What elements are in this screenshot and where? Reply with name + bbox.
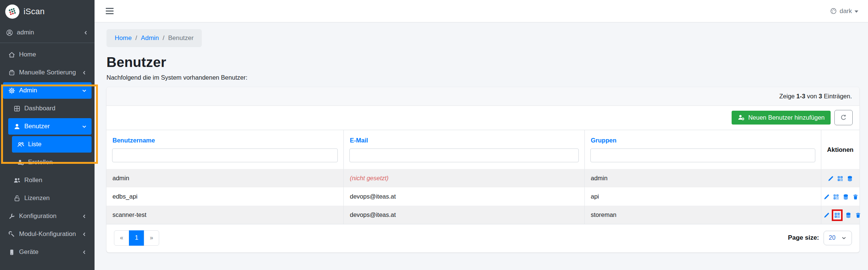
topbar: dark	[95, 0, 868, 22]
sidebar-item-label: Erstellen	[28, 159, 53, 166]
column-header-aktionen: Aktionen	[821, 146, 859, 153]
column-header-email[interactable]: E-Mail	[344, 130, 584, 146]
content: Home / Admin / Benutzer Benutzer Nachfol…	[95, 22, 868, 270]
cell-gruppen: admin	[585, 169, 821, 187]
users-card: Zeige 1-3 von 3 Einträgen. Neuen Benutze…	[106, 87, 859, 252]
sidebar-item-liste[interactable]: Liste	[12, 136, 92, 153]
edit-action-icon[interactable]	[824, 212, 830, 218]
pagination-page-1-button[interactable]: 1	[129, 230, 144, 246]
wrench-icon	[8, 213, 15, 220]
delete-action-icon[interactable]	[855, 212, 861, 218]
sidebar-item-benutzer[interactable]: Benutzer	[8, 118, 92, 135]
pagination-prev-button[interactable]: «	[114, 230, 129, 246]
table-info: Zeige 1-3 von 3 Einträgen.	[106, 87, 859, 106]
table-footer: « 1 » Page size: 20	[106, 224, 859, 252]
sidebar-item-label: Manuelle Sortierung	[19, 69, 76, 76]
sidebar-item-label: Liste	[28, 141, 41, 148]
cell-benutzername: scanner-test	[106, 206, 344, 224]
info-total: 3	[819, 93, 822, 99]
user-plus-icon	[17, 159, 24, 166]
cell-actions	[821, 206, 859, 224]
sidebar: iScan admin Home Manuelle Sortierung Adm…	[0, 0, 95, 270]
refresh-button[interactable]	[834, 110, 853, 125]
breadcrumb-home-link[interactable]: Home	[115, 34, 132, 42]
page-size-select[interactable]: 20	[824, 231, 852, 245]
column-aktionen: Aktionen	[821, 130, 859, 169]
refresh-icon	[840, 114, 847, 121]
column-benutzername: Benutzername	[106, 130, 344, 169]
sidebar-item-geraete[interactable]: Geräte	[3, 244, 92, 260]
sidebar-item-rollen[interactable]: Rollen	[8, 172, 92, 188]
breadcrumb-separator: /	[163, 34, 164, 42]
user-plus-icon	[738, 114, 745, 121]
sidebar-item-manuelle-sortierung[interactable]: Manuelle Sortierung	[3, 64, 92, 81]
sidebar-item-label: Modul-Konfiguration	[19, 230, 76, 238]
theme-label: dark	[840, 7, 852, 15]
sidebar-item-dashboard[interactable]: Dashboard	[8, 100, 92, 117]
sidebar-item-label: Konfiguration	[19, 212, 56, 220]
table-row: edbs_api devops@iteas.at api	[106, 187, 859, 206]
sidebar-item-erstellen[interactable]: Erstellen	[12, 154, 92, 171]
qrcode-action-icon[interactable]	[837, 175, 843, 182]
table-row: scanner-test devops@iteas.at storeman	[106, 206, 859, 224]
delete-action-icon[interactable]	[852, 194, 859, 200]
sidebar-user-panel[interactable]: admin	[0, 23, 95, 43]
qrcode-action-icon[interactable]	[833, 194, 839, 200]
menu-toggle-button[interactable]	[105, 6, 114, 16]
sidebar-item-home[interactable]: Home	[3, 46, 92, 63]
breadcrumb-admin-link[interactable]: Admin	[141, 34, 159, 42]
chevron-left-icon	[81, 214, 87, 219]
filter-benutzername-input[interactable]	[112, 148, 338, 162]
cell-benutzername: edbs_api	[106, 187, 344, 206]
annotation-highlight-red	[832, 209, 843, 221]
unlock-icon	[13, 195, 21, 202]
database-action-icon[interactable]	[843, 194, 849, 200]
sidebar-item-label: Rollen	[24, 177, 42, 184]
filter-email-input[interactable]	[349, 148, 579, 162]
sidebar-user-name: admin	[17, 29, 34, 36]
column-header-benutzername[interactable]: Benutzername	[106, 130, 343, 146]
edit-action-icon[interactable]	[828, 175, 834, 182]
database-action-icon[interactable]	[847, 175, 853, 182]
sidebar-item-label: Geräte	[19, 248, 38, 256]
filter-gruppen-input[interactable]	[590, 148, 815, 162]
cell-email: (nicht gesetzt)	[344, 169, 585, 187]
database-action-icon[interactable]	[845, 212, 852, 218]
sidebar-item-modul-konfiguration[interactable]: Modul-Konfiguration	[3, 226, 92, 242]
sidebar-item-konfiguration[interactable]: Konfiguration	[3, 208, 92, 224]
page-title: Benutzer	[106, 55, 859, 70]
main-area: dark Home / Admin / Benutzer Benutzer Na…	[95, 0, 868, 270]
users-table: Benutzername E-Mail Gruppen Aktione	[106, 130, 859, 224]
page-size-label: Page size:	[788, 234, 819, 242]
sidebar-item-label: Benutzer	[24, 123, 50, 130]
gear-icon	[8, 87, 15, 94]
edit-action-icon[interactable]	[824, 194, 830, 200]
user-icon	[13, 123, 21, 130]
theme-dropdown[interactable]: dark	[830, 7, 858, 15]
brand[interactable]: iScan	[0, 0, 95, 23]
sidebar-item-admin[interactable]: Admin	[3, 82, 92, 99]
pagination-next-button[interactable]: »	[144, 230, 159, 246]
caret-down-icon	[855, 10, 858, 13]
table-row: admin (nicht gesetzt) admin	[106, 169, 859, 187]
sidebar-item-lizenzen[interactable]: Lizenzen	[8, 190, 92, 206]
qrcode-action-icon[interactable]	[834, 212, 840, 218]
breadcrumb: Home / Admin / Benutzer	[106, 29, 202, 47]
cell-benutzername: admin	[106, 169, 344, 187]
cell-gruppen: storeman	[585, 206, 821, 224]
sidebar-item-label: Home	[19, 51, 36, 58]
sidebar-nav: Home Manuelle Sortierung Admin Dashboard…	[0, 46, 95, 260]
cell-actions	[821, 169, 859, 187]
sidebar-item-label: Lizenzen	[24, 194, 50, 202]
page-size-control: Page size: 20	[788, 231, 852, 245]
cell-gruppen: api	[585, 187, 821, 206]
chevron-down-icon	[841, 235, 847, 241]
add-user-button[interactable]: Neuen Benutzer hinzufügen	[732, 111, 831, 125]
column-header-gruppen[interactable]: Gruppen	[585, 130, 821, 146]
chevron-down-icon	[81, 88, 87, 93]
sidebar-item-label: Dashboard	[24, 105, 55, 112]
sorting-box-icon	[8, 69, 15, 76]
page-size-value: 20	[829, 234, 835, 241]
table-grid-icon	[13, 105, 21, 112]
tablet-icon	[8, 249, 15, 256]
